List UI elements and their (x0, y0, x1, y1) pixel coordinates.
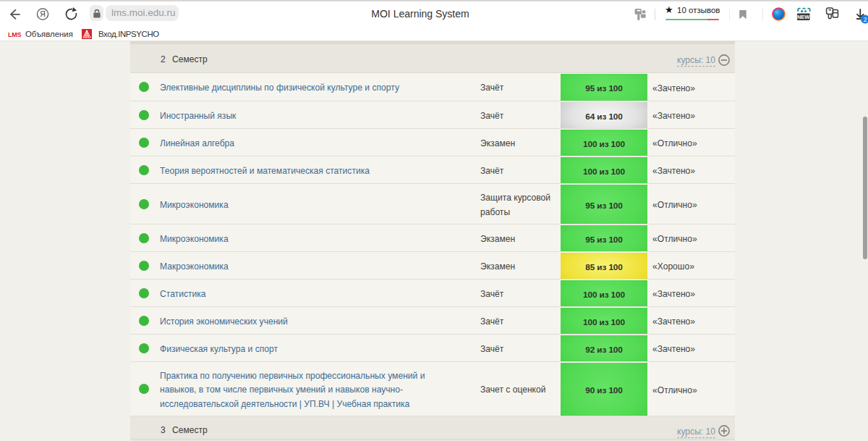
svg-text:NEW: NEW (797, 14, 810, 20)
svg-text:2: 2 (864, 16, 867, 23)
svg-text:Я: Я (40, 9, 46, 18)
